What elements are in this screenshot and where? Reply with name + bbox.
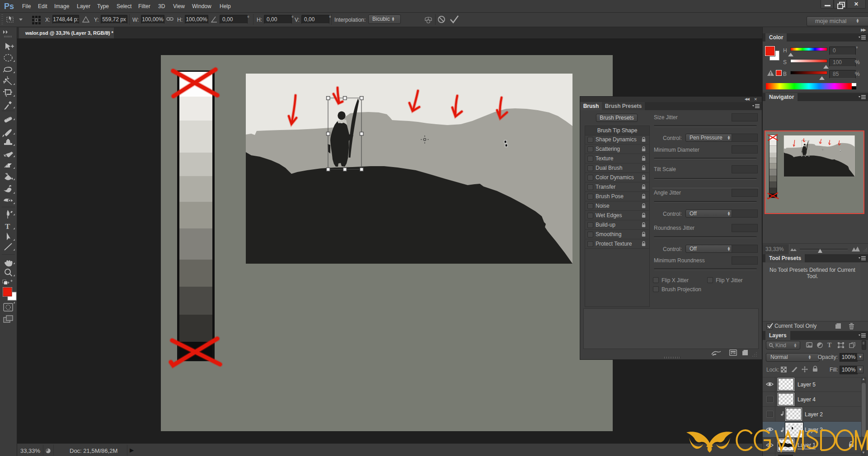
svg-text:Ps: Ps [4, 2, 14, 11]
svg-text:T: T [5, 222, 10, 231]
